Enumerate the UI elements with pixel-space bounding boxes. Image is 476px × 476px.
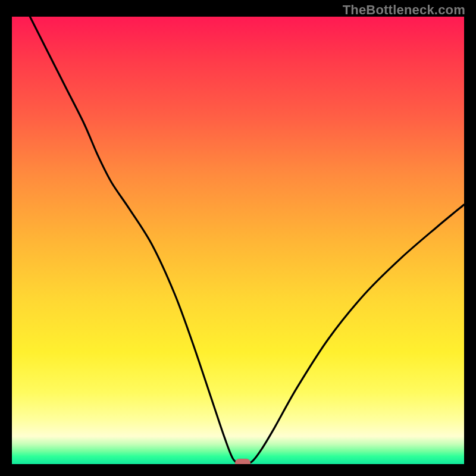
chart-frame: TheBottleneck.com xyxy=(0,0,476,476)
watermark-text: TheBottleneck.com xyxy=(343,2,465,18)
plot-area xyxy=(12,17,464,464)
bottleneck-curve xyxy=(12,17,464,464)
optimal-point-marker xyxy=(235,459,250,464)
